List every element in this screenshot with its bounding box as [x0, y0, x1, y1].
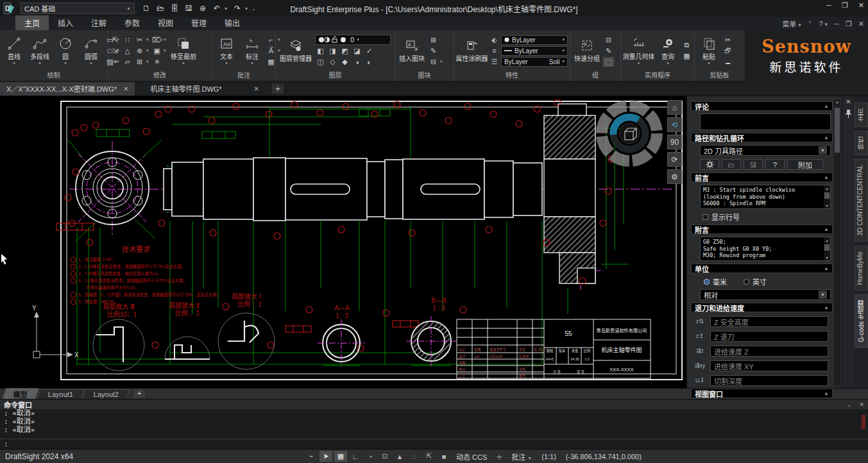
group-toggle-icon[interactable]: ⬚ — [603, 57, 614, 67]
arc-button[interactable]: 圆弧▾ — [79, 36, 103, 66]
tab-output[interactable]: 输出 — [216, 15, 249, 30]
query-button[interactable]: 查询▾ — [656, 36, 680, 66]
close-tab-icon[interactable]: ✕ — [123, 85, 128, 92]
text-style-icon[interactable]: A⃗ — [266, 46, 277, 56]
dynamic-ccs-button[interactable]: 动态 CCS — [456, 451, 487, 462]
new-file-icon[interactable]: 🗋 — [140, 3, 153, 14]
path-open-button[interactable]: 🗁 — [722, 159, 741, 170]
circle-button[interactable]: 圆▾ — [53, 36, 78, 66]
line-button[interactable]: 直线▾ — [2, 36, 26, 66]
cut-icon[interactable]: ✂ — [722, 35, 733, 45]
radio-inch[interactable]: 英寸 — [744, 276, 767, 287]
ring-icon[interactable]: ▣ — [151, 46, 162, 56]
define-block-icon[interactable]: ⊞ — [428, 35, 439, 45]
entity-snap-icon[interactable]: ⊡ — [379, 451, 391, 462]
grid-icon[interactable]: ▦ — [334, 451, 347, 462]
table-icon[interactable]: ▦ — [266, 57, 277, 67]
tab-layout2[interactable]: Layout2 — [83, 389, 130, 399]
tab-model[interactable]: 模型 — [2, 388, 39, 400]
ortho-icon[interactable]: ∟ — [349, 451, 362, 462]
qat-customize-icon[interactable]: ⌄ — [251, 6, 257, 12]
doc-tab-1[interactable]: X／X"XXXX-XX...X-X密封端.DWG*✕ — [0, 82, 135, 96]
layer-freeze-icon[interactable]: ◨ — [327, 46, 338, 56]
add-scale-button[interactable]: ＋ — [493, 451, 506, 462]
rotate-90-button[interactable]: 90 — [667, 135, 682, 149]
tab-parametric[interactable]: 参数 — [115, 15, 149, 30]
dynamic-input-icon[interactable]: ◌ — [408, 451, 421, 462]
command-history[interactable]: : «取消» : «取消» : «取消» — [0, 409, 862, 439]
postamble-text[interactable]: G0 Z50; Safe height G0 X0 Y0; M30; Rewin… — [700, 237, 831, 261]
command-input[interactable]: : — [0, 439, 868, 448]
doc-restore-button[interactable]: ❐ — [846, 20, 852, 28]
lineweight-display-icon[interactable]: ⇱ — [423, 451, 436, 462]
snap-icon[interactable]: ⌁ — [305, 451, 318, 462]
doc-minimize-button[interactable]: ─ — [834, 20, 839, 28]
layer-off-icon[interactable]: ◧ — [315, 46, 326, 56]
undo-button[interactable]: ↶ — [210, 3, 223, 14]
array-icon[interactable]: ⊞ — [134, 57, 145, 67]
insert-block-button[interactable]: A 插入图块 — [397, 38, 427, 63]
copy-clip-icon[interactable]: 🗗 — [722, 46, 733, 56]
tab-insert[interactable]: 插入 — [49, 15, 82, 30]
doc-tab-2[interactable]: 机床主轴零件图.DWG*✕ — [144, 82, 266, 96]
ungroup-icon[interactable]: ⊟ — [603, 35, 614, 45]
pattern-icon[interactable]: ∷ — [122, 35, 133, 45]
redo-button[interactable]: ↷ — [231, 3, 244, 14]
feed-z-input[interactable]: 进给速度 Z — [710, 346, 828, 357]
layer-match-icon[interactable]: ◫ — [315, 57, 326, 67]
show-line-numbers-checkbox[interactable]: 显示行号 — [702, 212, 833, 222]
path-help-button[interactable]: ? — [765, 159, 785, 170]
navigation-wheel[interactable] — [602, 106, 657, 161]
command-collapse-icon[interactable]: ⌄ — [847, 401, 852, 408]
side-tab-homebyme[interactable]: HomeByMe — [855, 246, 868, 290]
trim-icon[interactable]: ✂ — [134, 35, 145, 45]
polyline-button[interactable]: 多段线▾ — [28, 36, 52, 66]
lineweight-icon[interactable]: ≡ — [489, 46, 500, 56]
layer-ok-icon[interactable]: ✓ — [364, 46, 375, 56]
new-doc-tab-button[interactable]: + — [272, 84, 284, 94]
stretch-icon[interactable]: ▱ — [122, 57, 133, 67]
preamble-header[interactable]: 前言▲ — [691, 173, 833, 182]
z-retract-input[interactable]: Z 退刀 — [710, 331, 828, 342]
home-view-button[interactable]: ⌂ — [667, 100, 682, 115]
scale-icon[interactable]: ⌖ — [110, 57, 121, 67]
units-mode-select[interactable]: 相对▼ — [700, 289, 831, 300]
selection-cycling-icon[interactable]: ➤ — [319, 451, 332, 462]
new-layout-button[interactable]: + — [133, 389, 145, 398]
select-matching-icon[interactable]: ⧉ — [681, 40, 692, 50]
save-icon[interactable]: 🖫 — [182, 3, 195, 14]
measure-geometry-button[interactable]: 测量几何体▾ — [623, 36, 654, 66]
feed-xy-input[interactable]: 进给速度 XY — [710, 360, 828, 371]
panel-close-icon[interactable]: ✕ — [846, 98, 851, 105]
help-button[interactable]: ? ▾ — [819, 20, 828, 28]
share-icon[interactable]: ⊕ — [196, 3, 209, 14]
viewport-header[interactable]: 视图窗口▲ — [691, 389, 833, 398]
tab-home[interactable]: 主页 — [15, 15, 49, 30]
copy-with-basepoint-icon[interactable]: 🗕 — [722, 57, 733, 67]
close-tab-icon[interactable]: ✕ — [254, 85, 259, 92]
cut-depth-input[interactable]: 切割深度 — [710, 375, 828, 386]
doc-close-button[interactable]: ✕ — [858, 20, 864, 28]
block-attributes-icon[interactable]: ⊟ — [428, 57, 439, 67]
linestyle-icon[interactable]: ☰ — [489, 57, 500, 67]
z-safe-height-input[interactable]: Z 安全高度 — [710, 316, 828, 327]
orbit-left-button[interactable]: ⟲ — [667, 117, 682, 132]
property-painter-button[interactable]: 属性涂刷器 — [456, 38, 488, 63]
close-button[interactable]: ✕ — [858, 1, 864, 10]
lineweight-select[interactable]: ByLayer Soli▾ — [501, 57, 568, 67]
preamble-text[interactable]: M3 : Start spindle clockwise (looking fr… — [700, 185, 831, 209]
minimize-button[interactable]: ─ — [826, 1, 831, 10]
explode-icon[interactable]: ✳ — [151, 57, 162, 67]
orbit-right-button[interactable]: ⟳ — [667, 152, 682, 167]
side-tab-gcode[interactable]: G-code 生成器 — [855, 294, 868, 348]
command-close-icon[interactable]: ✕ — [859, 401, 864, 408]
postamble-scrollbar[interactable]: ▲ ▼ — [824, 237, 830, 260]
open-file-icon[interactable]: 🗁 — [154, 3, 167, 14]
tab-annotate[interactable]: 注解 — [82, 15, 115, 30]
redo-caret-icon[interactable]: ▾ — [245, 6, 250, 12]
layer-select[interactable]: 0 ▾ — [315, 35, 391, 45]
layer-lock-icon[interactable]: ◩ — [339, 46, 350, 56]
feeds-header[interactable]: 退刀和进给速度▲ — [691, 303, 833, 312]
panel-scrollbar[interactable]: ▲ — [834, 100, 840, 385]
path-header[interactable]: 路径和钻孔循环▲ — [691, 133, 833, 142]
